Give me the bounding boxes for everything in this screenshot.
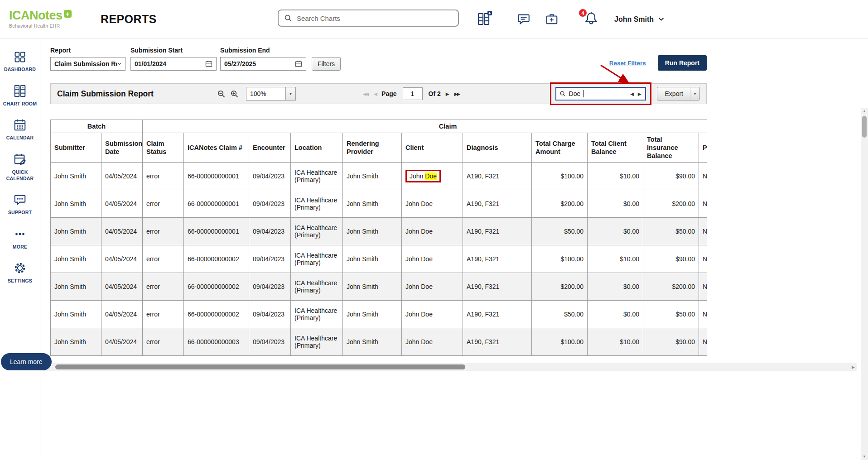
col-diagnosis: Diagnosis <box>463 133 532 163</box>
zoom-dropdown-arrow[interactable]: ▾ <box>285 87 295 100</box>
cell-location: ICA Healthcare (Primary) <box>291 218 343 245</box>
support-chat-icon <box>13 193 27 206</box>
zoom-out-button[interactable] <box>217 90 226 98</box>
table-row[interactable]: John Smith 04/05/2024 error 66-000000000… <box>51 163 707 190</box>
chart-records-button[interactable] <box>477 11 492 28</box>
sidebar-item-settings[interactable]: SETTINGS <box>0 261 39 284</box>
table-row[interactable]: John Smith 04/05/2024 error 66-000000000… <box>51 245 707 273</box>
export-button[interactable]: Export ▾ <box>657 87 700 101</box>
submission-start-label: Submission Start <box>130 47 217 54</box>
chart-search-input[interactable] <box>297 14 453 22</box>
table-row[interactable]: John Smith 04/05/2024 error 66-000000000… <box>51 273 707 301</box>
user-name: John Smith <box>614 15 654 24</box>
first-page-button[interactable]: ◀◀ <box>362 91 369 96</box>
logo-tagline: Behavioral Health EHR <box>9 23 82 29</box>
sidebar-item-support[interactable]: SUPPORT <box>0 193 39 216</box>
cell-diagnosis: A190, F321 <box>463 163 532 190</box>
chart-search-box[interactable] <box>278 10 459 27</box>
sidebar-item-calendar[interactable]: CALENDAR <box>0 118 39 141</box>
cell-submission-date: 04/05/2024 <box>101 163 143 190</box>
col-claim-number: ICANotes Claim # <box>184 133 249 163</box>
cell-client: John Doe <box>402 245 463 273</box>
chart-records-icon <box>477 11 492 26</box>
last-page-button[interactable]: ▶▶ <box>453 91 460 96</box>
page-total-label: Of 2 <box>429 90 441 97</box>
cell-location: ICA Healthcare (Primary) <box>291 245 343 273</box>
sidebar-label: CHART ROOM <box>3 101 37 107</box>
zoom-in-button[interactable] <box>230 90 239 98</box>
pagination: ◀◀ ◀ Page Of 2 ▶ ▶▶ <box>362 87 460 100</box>
cell-submitter: John Smith <box>51 163 101 190</box>
sidebar-item-dashboard[interactable]: DASHBOARD <box>0 51 39 73</box>
vertical-scroll-thumb[interactable] <box>862 116 867 138</box>
submission-end-input[interactable] <box>224 60 288 67</box>
table-row[interactable]: John Smith 04/05/2024 error 66-000000000… <box>51 218 707 245</box>
sidebar-label: SETTINGS <box>8 278 32 284</box>
zoom-controls <box>217 90 239 98</box>
messages-button[interactable] <box>517 12 530 27</box>
page-number-input[interactable] <box>403 87 423 100</box>
app-logo[interactable]: ICANotes + Behavioral Health EHR <box>9 10 82 29</box>
horizontal-scroll-track[interactable] <box>50 363 850 371</box>
report-search-text[interactable]: Doe <box>569 90 581 97</box>
report-type-value: Claim Submission Report <box>54 60 117 67</box>
sidebar-item-chart-room[interactable]: CHART ROOM <box>0 84 39 107</box>
annotated-client-value: John Doe <box>405 170 441 182</box>
table-row[interactable]: John Smith 04/05/2024 error 66-000000000… <box>51 190 707 218</box>
cell-encounter: 09/04/2023 <box>249 273 291 301</box>
cell-partial: N <box>699 328 707 356</box>
cell-submission-date: 04/05/2024 <box>101 190 143 218</box>
reset-filters-link[interactable]: Reset Filters <box>609 60 646 67</box>
cell-claim-number: 66-000000000002 <box>184 273 249 301</box>
table-row[interactable]: John Smith 04/05/2024 error 66-000000000… <box>51 328 707 356</box>
group-header-claim: Claim <box>143 120 707 133</box>
sidebar-item-more[interactable]: MORE <box>0 227 39 250</box>
table-row[interactable]: John Smith 04/05/2024 error 66-000000000… <box>51 301 707 328</box>
cell-partial: N <box>699 218 707 245</box>
horizontal-scroll-thumb[interactable] <box>55 364 465 369</box>
cell-total-insurance-balance: $50.00 <box>643 301 699 328</box>
filters-button[interactable]: Filters <box>312 57 341 71</box>
calendar-picker-icon[interactable] <box>295 60 302 67</box>
vertical-scrollbar[interactable]: ▲ ▼ <box>861 108 868 460</box>
cell-claim-status: error <box>143 328 184 356</box>
learn-more-button[interactable]: Learn more <box>1 353 52 370</box>
cell-partial: N <box>699 190 707 218</box>
chart-room-icon <box>13 84 27 98</box>
report-filter-group: Report Claim Submission Report <box>50 47 125 71</box>
cell-total-client-balance: $0.00 <box>588 273 643 301</box>
scroll-right-arrow[interactable]: ▶ <box>850 365 857 369</box>
cell-partial: N <box>699 273 707 301</box>
cell-partial: N <box>699 245 707 273</box>
search-next-match-button[interactable]: ▶ <box>637 91 642 96</box>
submission-start-field[interactable] <box>130 57 217 71</box>
next-page-button[interactable]: ▶ <box>445 91 449 96</box>
submission-end-field[interactable] <box>220 57 306 71</box>
chevron-down-icon <box>658 17 664 21</box>
horizontal-scrollbar[interactable]: ◀ ▶ <box>43 363 857 371</box>
cell-encounter: 09/04/2023 <box>249 163 291 190</box>
cell-client: John Doe <box>402 163 463 190</box>
search-prev-match-button[interactable]: ◀ <box>630 91 634 96</box>
cell-client: John Doe <box>402 301 463 328</box>
prev-page-button[interactable]: ◀ <box>373 91 377 96</box>
report-title: Claim Submission Report <box>57 89 154 99</box>
export-dropdown-arrow[interactable]: ▾ <box>690 87 699 100</box>
report-search-box[interactable]: Doe ◀ ▶ <box>555 87 646 101</box>
user-menu[interactable]: John Smith <box>614 0 664 38</box>
calendar-picker-icon[interactable] <box>205 60 212 67</box>
submission-start-input[interactable] <box>135 60 198 67</box>
cell-rendering-provider: John Smith <box>343 190 402 218</box>
filter-actions: Reset Filters Run Report <box>609 55 707 71</box>
scroll-up-arrow[interactable]: ▲ <box>863 108 866 115</box>
sidebar-label: MORE <box>13 244 27 250</box>
briefcase-add-button[interactable] <box>545 12 559 27</box>
cell-submitter: John Smith <box>51 218 101 245</box>
scroll-down-arrow[interactable]: ▼ <box>863 453 866 460</box>
page-label: Page <box>381 90 396 97</box>
sidebar-item-quick-calendar[interactable]: QUICK CALENDAR <box>0 153 39 182</box>
zoom-level-select[interactable]: 100% ▾ <box>246 87 296 101</box>
run-report-button[interactable]: Run Report <box>658 55 707 71</box>
col-submission-date: Submission Date <box>101 133 143 163</box>
report-type-select[interactable]: Claim Submission Report <box>50 57 125 71</box>
